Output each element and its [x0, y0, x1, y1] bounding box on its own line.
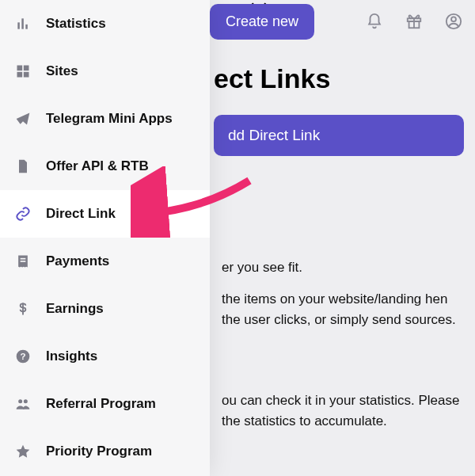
svg-rect-10: [24, 66, 29, 71]
svg-rect-9: [17, 66, 23, 71]
add-direct-link-button[interactable]: dd Direct Link: [214, 115, 464, 156]
sidebar-item-label: Priority Program: [46, 444, 152, 459]
bars-icon: [14, 15, 32, 32]
sidebar-item-label: Insights: [46, 348, 97, 364]
user-icon[interactable]: [445, 13, 462, 30]
sidebar-item-insights[interactable]: ? Insights: [0, 333, 210, 380]
send-icon: [14, 110, 32, 128]
body-text-line-2: the items on your website/landing hen th…: [222, 289, 467, 331]
page-title: ect Links: [214, 63, 330, 94]
file-icon: [14, 158, 32, 175]
grid-icon: [14, 63, 32, 80]
gift-icon[interactable]: [405, 13, 423, 30]
svg-point-5: [451, 17, 456, 21]
svg-rect-14: [21, 261, 26, 262]
body-text-line-1: er you see fit.: [222, 257, 302, 278]
sidebar-item-sites[interactable]: Sites: [0, 48, 210, 95]
bell-icon[interactable]: [366, 13, 383, 30]
receipt-icon: [14, 253, 32, 270]
svg-rect-13: [21, 258, 26, 260]
svg-rect-6: [17, 22, 20, 29]
link-icon: [14, 205, 32, 223]
sidebar-item-label: Telegram Mini Apps: [46, 111, 173, 127]
svg-rect-12: [24, 72, 29, 78]
sidebar-item-earnings[interactable]: Earnings: [0, 285, 210, 333]
dollar-icon: [14, 300, 32, 318]
sidebar-item-label: Payments: [46, 253, 109, 269]
create-new-button[interactable]: Create new: [210, 4, 314, 40]
create-new-label: Create new: [226, 13, 298, 30]
sidebar-item-label: Earnings: [46, 301, 104, 317]
sidebar-item-payments[interactable]: Payments: [0, 238, 210, 285]
svg-point-18: [24, 399, 28, 403]
help-icon: ?: [14, 348, 32, 365]
svg-rect-8: [25, 25, 28, 29]
star-icon: [14, 443, 32, 460]
sidebar-item-referral-program[interactable]: Referral Program: [0, 380, 210, 428]
sidebar-item-statistics[interactable]: Statistics: [0, 0, 210, 48]
sidebar: Statistics Sites Telegram Mini Apps Offe…: [0, 0, 210, 476]
svg-text:?: ?: [20, 351, 25, 361]
sidebar-item-direct-link[interactable]: Direct Link: [0, 190, 210, 238]
svg-point-17: [18, 399, 22, 403]
svg-rect-11: [17, 72, 23, 78]
svg-rect-7: [21, 18, 24, 29]
sidebar-item-priority-program[interactable]: Priority Program: [0, 428, 210, 475]
sidebar-item-label: Statistics: [46, 16, 106, 32]
sidebar-item-label: Direct Link: [46, 206, 116, 222]
sidebar-item-label: Referral Program: [46, 396, 156, 412]
sidebar-item-label: Offer API & RTB: [46, 158, 149, 174]
sidebar-item-telegram-mini-apps[interactable]: Telegram Mini Apps: [0, 95, 210, 143]
people-icon: [14, 395, 32, 413]
sidebar-item-label: Sites: [46, 63, 78, 79]
body-text-line-3: ou can check it in your statistics. Plea…: [222, 390, 475, 432]
add-direct-link-label: dd Direct Link: [228, 127, 320, 144]
sidebar-item-offer-api-rtb[interactable]: Offer API & RTB: [0, 143, 210, 190]
